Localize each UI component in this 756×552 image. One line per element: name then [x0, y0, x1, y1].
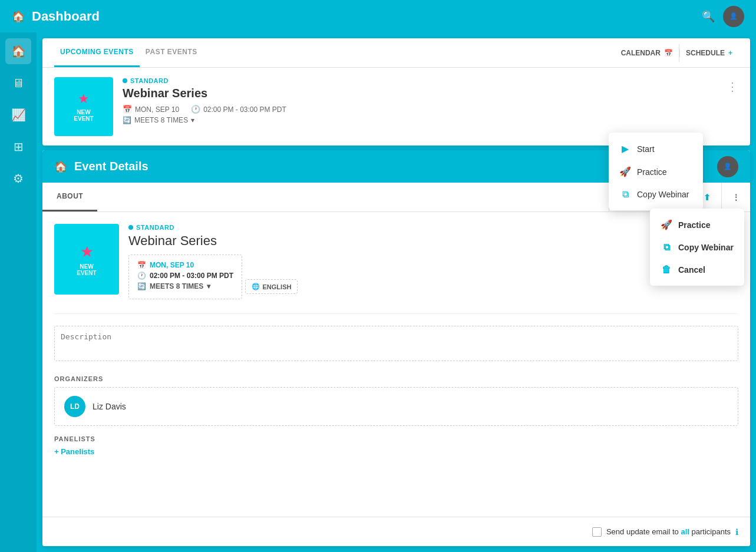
details-practice-label: Practice — [678, 220, 710, 230]
practice-icon: 🚀 — [619, 166, 631, 177]
calendar-meta-icon-upper: 📅 — [123, 105, 132, 114]
details-title: Event Details — [74, 160, 148, 173]
dashboard-panel: UPCOMING EVENTS PAST EVENTS CALENDAR 📅 S… — [42, 38, 750, 146]
send-update-checkbox[interactable] — [592, 527, 602, 537]
share-tab-icon: ⬆ — [704, 193, 711, 202]
globe-icon: 🌐 — [252, 283, 260, 290]
details-meets-chevron[interactable]: ▾ — [207, 282, 210, 290]
panelists-section: PANELISTS + Panelists — [54, 435, 738, 456]
context-menu-practice[interactable]: 🚀 Practice — [609, 160, 703, 183]
event-time-label-upper: 02:00 PM - 03:00 PM PDT — [203, 105, 286, 114]
left-sidebar: 🏠 🖥 📈 ⊞ ⚙ — [0, 32, 37, 552]
home-icon: 🏠 — [12, 10, 25, 23]
details-type-badge: STANDARD — [128, 224, 738, 231]
language-badge[interactable]: 🌐 ENGLISH — [245, 279, 298, 294]
details-type-dot — [128, 225, 133, 230]
details-user-avatar[interactable]: 👤 — [717, 156, 738, 177]
more-menu-button-upper[interactable]: ⋮ — [724, 77, 741, 96]
context-menu-start[interactable]: ▶ Start — [609, 137, 703, 160]
info-icon: ℹ — [735, 527, 738, 537]
event-date-label-upper: MON, SEP 10 — [135, 105, 179, 114]
details-more-button[interactable]: ⋮ 🚀 Practice ⧉ Copy Webinar 🗑 Cancel — [721, 183, 750, 211]
dashboard-tabs: UPCOMING EVENTS PAST EVENTS CALENDAR 📅 S… — [42, 38, 750, 68]
copy-webinar-label: Copy Webinar — [637, 190, 689, 199]
add-panelists-button[interactable]: + Panelists — [54, 447, 738, 456]
event-time-upper: 🕐 02:00 PM - 03:00 PM PDT — [191, 105, 286, 114]
organizer-box: LD Liz Davis — [54, 387, 738, 426]
sidebar-item-display[interactable]: 🖥 — [5, 70, 31, 96]
calendar-tab-label: CALENDAR — [621, 49, 661, 57]
details-date-row: 📅 MON, SEP 10 — [137, 261, 233, 269]
practice-label: Practice — [637, 167, 667, 177]
copy-icon: ⧉ — [619, 189, 631, 200]
details-copy-icon: ⧉ — [661, 242, 672, 253]
bottom-bar: Send update email to all participants ℹ — [42, 517, 750, 546]
details-meets-row: 🔄 MEETS 8 TIMES ▾ — [137, 282, 233, 290]
tab-about[interactable]: ABOUT — [42, 183, 97, 211]
add-panelists-label: + Panelists — [54, 447, 94, 456]
user-avatar[interactable]: 👤 — [723, 6, 744, 27]
details-cancel-label: Cancel — [678, 265, 705, 275]
details-thumbnail: ★ NEWEVENT — [54, 224, 119, 295]
details-new-event-label: NEWEVENT — [77, 263, 96, 276]
top-nav-icons: 🔍 👤 — [702, 6, 744, 27]
language-label: ENGLISH — [263, 283, 292, 290]
main-content: UPCOMING EVENTS PAST EVENTS CALENDAR 📅 S… — [37, 32, 756, 552]
details-event-info: STANDARD Webinar Series 📅 MON, SEP 10 🕐 … — [128, 224, 738, 304]
sidebar-item-home[interactable]: 🏠 — [5, 38, 31, 64]
schedule-tab-label: SCHEDULE — [686, 49, 725, 57]
details-event-title: Webinar Series — [128, 233, 738, 249]
description-section — [54, 326, 738, 363]
event-meta-upper: 📅 MON, SEP 10 🕐 02:00 PM - 03:00 PM PDT — [123, 105, 738, 114]
details-copy-label: Copy Webinar — [678, 243, 734, 252]
event-title-upper: Webinar Series — [123, 87, 738, 100]
schedule-plus-icon: + — [728, 49, 732, 57]
context-menu-copy[interactable]: ⧉ Copy Webinar — [609, 183, 703, 206]
details-cancel-icon: 🗑 — [661, 265, 672, 275]
details-context-menu: 🚀 Practice ⧉ Copy Webinar 🗑 Cancel — [650, 209, 744, 286]
details-context-cancel[interactable]: 🗑 Cancel — [650, 259, 744, 281]
details-time-row: 🕐 02:00 PM - 03:00 PM PDT — [137, 272, 233, 280]
details-event-card: ★ NEWEVENT STANDARD Webinar Series 📅 MON… — [54, 224, 738, 314]
event-type-badge-upper: STANDARD — [123, 77, 738, 84]
details-cal-icon: 📅 — [137, 261, 146, 269]
details-recur-icon: 🔄 — [137, 282, 146, 290]
details-context-practice[interactable]: 🚀 Practice — [650, 213, 744, 236]
sidebar-item-apps[interactable]: ⊞ — [5, 134, 31, 160]
meets-item-upper: 🔄 MEETS 8 TIMES ▾ — [123, 116, 738, 124]
details-body: ★ NEWEVENT STANDARD Webinar Series 📅 MON… — [42, 212, 750, 546]
details-type-label: STANDARD — [136, 224, 174, 231]
description-textarea[interactable] — [54, 326, 738, 361]
details-more-icon: ⋮ — [732, 193, 740, 201]
new-event-label-upper: NEWEVENT — [74, 109, 93, 122]
schedule-box: 📅 MON, SEP 10 🕐 02:00 PM - 03:00 PM PDT … — [128, 254, 242, 299]
schedule-tab[interactable]: SCHEDULE + — [679, 49, 738, 57]
tab-upcoming-events[interactable]: UPCOMING EVENTS — [54, 38, 140, 67]
details-clock-icon: 🕐 — [137, 272, 146, 280]
organizer-name: Liz Davis — [93, 402, 126, 411]
details-star-icon: ★ — [80, 243, 94, 261]
details-meets-label: MEETS 8 TIMES — [150, 282, 203, 290]
recur-icon-upper: 🔄 — [123, 116, 131, 124]
details-practice-icon: 🚀 — [661, 219, 672, 230]
meets-chevron-upper[interactable]: ▾ — [191, 116, 194, 124]
type-dot-upper — [123, 78, 127, 83]
sidebar-item-analytics[interactable]: 📈 — [5, 102, 31, 128]
calendar-icon: 📅 — [664, 49, 673, 57]
tab-past-events[interactable]: PAST EVENTS — [140, 38, 203, 67]
clock-icon-upper: 🕐 — [191, 105, 200, 114]
details-context-copy[interactable]: ⧉ Copy Webinar — [650, 236, 744, 259]
play-icon: ▶ — [619, 143, 631, 154]
upper-context-menu: ▶ Start 🚀 Practice ⧉ Copy Webinar — [609, 133, 703, 210]
meets-label-upper: MEETS 8 TIMES — [134, 116, 188, 124]
event-thumbnail-upper: ★ NEWEVENT — [54, 77, 113, 136]
details-home-icon: 🏠 — [54, 160, 67, 173]
top-nav: 🏠 Dashboard 🔍 👤 — [0, 0, 756, 32]
app-title: Dashboard — [32, 9, 100, 24]
sidebar-item-settings[interactable]: ⚙ — [5, 166, 31, 191]
details-time-label: 02:00 PM - 03:00 PM PDT — [150, 272, 233, 280]
calendar-tab[interactable]: CALENDAR 📅 — [615, 49, 679, 57]
start-label: Start — [637, 144, 655, 154]
event-info-upper: STANDARD Webinar Series 📅 MON, SEP 10 🕐 … — [123, 77, 738, 124]
search-button[interactable]: 🔍 — [702, 10, 715, 23]
